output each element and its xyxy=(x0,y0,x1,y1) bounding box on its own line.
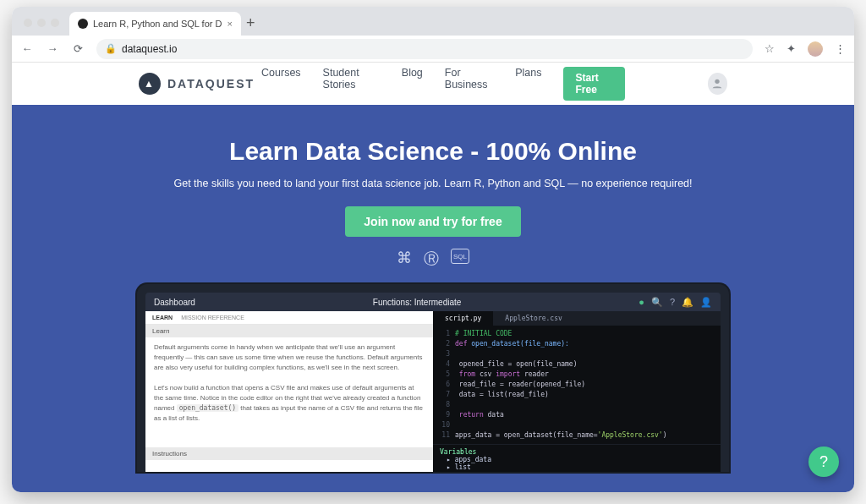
browser-window: Learn R, Python and SQL for D × + ← → ⟳ … xyxy=(12,7,854,492)
lesson-text: Default arguments come in handy when we … xyxy=(145,337,433,447)
lock-icon: 🔒 xyxy=(105,43,117,54)
user-icon[interactable]: 👤 xyxy=(700,297,712,308)
brand-logo[interactable]: ▲ DATAQUEST xyxy=(139,73,255,95)
tab-datafile[interactable]: AppleStore.csv xyxy=(493,311,573,326)
svg-point-0 xyxy=(715,79,720,84)
var-list[interactable]: list xyxy=(455,463,471,471)
nav-blog[interactable]: Blog xyxy=(402,67,423,101)
hero-subtitle: Get the skills you need to land your fir… xyxy=(173,178,692,189)
browser-tab[interactable]: Learn R, Python and SQL for D × xyxy=(69,12,241,36)
reload-icon[interactable]: ⟳ xyxy=(71,42,85,55)
lesson-title: Functions: Intermediate xyxy=(195,298,639,307)
forward-icon[interactable]: → xyxy=(46,42,59,55)
hero-section: Learn Data Science - 100% Online Get the… xyxy=(12,105,854,492)
variables-panel: Variables ▸ apps_data ▸ list xyxy=(433,444,721,474)
instructions-heading: Instructions xyxy=(145,447,433,460)
lesson-para-1: Default arguments come in handy when we … xyxy=(154,342,425,373)
close-tab-icon[interactable]: × xyxy=(227,19,232,29)
site-header: ▲ DATAQUEST Courses Student Stories Blog… xyxy=(12,63,854,105)
toolbar: ← → ⟳ 🔒 dataquest.io ☆ ✦ ⋮ xyxy=(12,36,854,63)
app-top-bar: Dashboard Functions: Intermediate ● 🔍 ? … xyxy=(145,293,721,311)
product-screenshot: Dashboard Functions: Intermediate ● 🔍 ? … xyxy=(137,284,729,472)
status-dot-icon: ● xyxy=(639,297,644,308)
inline-code: open_dataset() xyxy=(177,404,238,412)
help-icon[interactable]: ? xyxy=(670,297,675,308)
var-apps-data[interactable]: apps_data xyxy=(455,456,491,463)
code-editor[interactable]: 1# INITIAL CODE 2def open_dataset(file_n… xyxy=(433,326,721,444)
window-controls xyxy=(19,19,64,36)
new-tab-button[interactable]: + xyxy=(246,14,255,36)
extensions-icon[interactable]: ✦ xyxy=(787,42,796,55)
kebab-menu-icon[interactable]: ⋮ xyxy=(835,42,846,55)
nav-plans[interactable]: Plans xyxy=(515,67,541,101)
back-icon[interactable]: ← xyxy=(20,42,34,55)
account-icon[interactable] xyxy=(708,73,727,95)
url-text: dataquest.io xyxy=(122,43,177,55)
profile-avatar-icon[interactable] xyxy=(808,41,823,57)
nav-student-stories[interactable]: Student Stories xyxy=(323,67,380,101)
tab-script[interactable]: script.py xyxy=(433,311,493,326)
language-icons: ⌘ Ⓡ SQL xyxy=(397,249,469,269)
nav-for-business[interactable]: For Business xyxy=(445,67,493,101)
code-pane: script.py AppleStore.csv 1# INITIAL CODE… xyxy=(433,311,721,472)
address-bar[interactable]: 🔒 dataquest.io xyxy=(96,39,753,59)
search-icon[interactable]: 🔍 xyxy=(651,297,663,308)
python-icon: ⌘ xyxy=(397,249,412,269)
zoom-dot[interactable] xyxy=(51,19,59,27)
tab-mission-reference[interactable]: MISSION REFERENCE xyxy=(181,315,244,320)
star-icon[interactable]: ☆ xyxy=(765,42,775,55)
favicon-icon xyxy=(78,19,88,29)
primary-nav: Courses Student Stories Blog For Busines… xyxy=(261,67,624,101)
close-dot[interactable] xyxy=(24,19,32,27)
help-fab-button[interactable]: ? xyxy=(808,446,839,477)
breadcrumb-dashboard[interactable]: Dashboard xyxy=(154,298,195,307)
sql-icon: SQL xyxy=(451,249,469,264)
tab-strip: Learn R, Python and SQL for D × + xyxy=(12,7,854,36)
bell-icon[interactable]: 🔔 xyxy=(682,297,693,308)
lesson-pane: LEARN MISSION REFERENCE Learn Default ar… xyxy=(145,311,433,472)
nav-courses[interactable]: Courses xyxy=(261,67,301,101)
rocket-icon: ▲ xyxy=(139,73,161,95)
start-free-button[interactable]: Start Free xyxy=(563,67,624,101)
tab-title: Learn R, Python and SQL for D xyxy=(93,19,222,29)
variables-header: Variables xyxy=(440,448,714,456)
hero-title: Learn Data Science - 100% Online xyxy=(229,137,637,166)
join-free-button[interactable]: Join now and try for free xyxy=(345,206,520,237)
r-icon: Ⓡ xyxy=(424,249,439,269)
brand-text: DATAQUEST xyxy=(167,77,255,90)
tab-learn[interactable]: LEARN xyxy=(152,315,173,320)
lesson-para-2: Let's now build a function that opens a … xyxy=(154,383,425,424)
minimize-dot[interactable] xyxy=(37,19,46,27)
learn-heading: Learn xyxy=(145,325,433,337)
